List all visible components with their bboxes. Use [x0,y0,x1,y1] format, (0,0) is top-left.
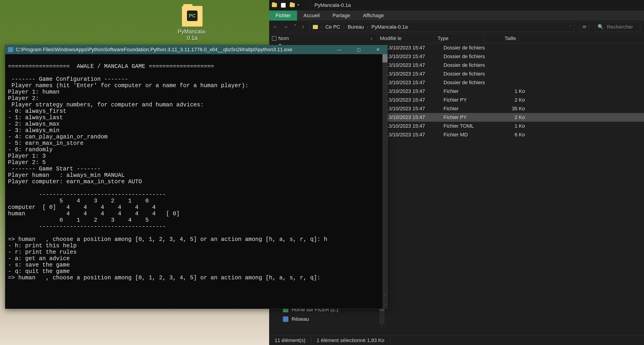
file-size: 2 Ko [493,114,528,120]
breadcrumb-sep-icon: › [321,25,322,29]
desktop-icon-label: PyMancala-0.1a [173,28,212,41]
file-type: Fichier PY [444,114,493,120]
nav-forward-icon[interactable]: → [283,24,288,30]
file-size: 6 Ko [493,132,528,138]
ribbon-tab-accueil[interactable]: Accueil [297,10,326,20]
file-size: 1 Ko [493,88,528,94]
file-modified: 13/10/2023 15:47 [386,62,444,68]
select-all-checkbox[interactable] [272,36,276,41]
column-header-label: Nom [278,36,289,42]
qat-properties-icon[interactable] [281,3,286,8]
file-modified: 13/10/2023 15:47 [386,97,444,103]
network-icon [283,316,288,322]
search-input[interactable]: 🔍 Rechercher [594,22,640,32]
console-output[interactable]: ================== AWALE / MANCALA GAME … [5,54,388,308]
file-modified: 13/10/2023 15:47 [386,114,444,120]
file-type: Fichier PY [444,97,493,103]
file-modified: 13/10/2023 15:47 [386,71,444,77]
file-type: Dossier de fichiers [444,54,493,60]
breadcrumb-item-bureau[interactable]: Bureau [348,24,364,30]
file-size: 35 Ko [493,106,528,112]
breadcrumb-bar[interactable]: › Ce PC › Bureau › PyMancala-0.1a ˅ [310,22,574,32]
breadcrumb-item-cepc[interactable]: Ce PC [326,24,340,30]
close-button[interactable]: ✕ [368,45,388,54]
file-type: Dossier de fichiers [444,45,493,51]
file-modified: 13/10/2023 15:47 [386,45,444,51]
console-titlebar[interactable]: C:\Program Files\WindowsApps\PythonSoftw… [5,45,388,54]
file-size: 1 Ko [493,123,528,129]
file-type: Fichier MD [444,132,493,138]
search-placeholder: Rechercher [607,24,633,30]
console-title: C:\Program Files\WindowsApps\PythonSoftw… [16,47,330,52]
file-type: Fichier [444,106,493,112]
column-header-label: Modifié le [380,36,402,42]
file-modified: 13/10/2023 15:47 [386,106,444,112]
nav-scroll-down-icon[interactable]: ˅ [380,325,384,330]
status-item-count: 11 élément(s) [275,338,306,344]
column-header-label: Type [438,36,448,42]
qat-folder-icon[interactable] [272,3,277,7]
breadcrumb-sep-icon: › [367,25,368,29]
file-type: Dossier de fichiers [444,62,493,68]
column-header-type[interactable]: Type [435,34,484,43]
breadcrumb-sep-icon: › [343,25,344,29]
breadcrumb-folder-icon [313,25,318,29]
console-window: C:\Program Files\WindowsApps\PythonSoftw… [5,45,388,309]
refresh-button[interactable]: ⟳ [580,22,589,32]
file-modified: 13/10/2023 15:47 [386,123,444,129]
ribbon-tab-partage[interactable]: Partage [326,10,356,20]
qat-dropdown-icon[interactable]: ▾ [298,3,299,8]
folder-icon: PC [182,6,202,26]
explorer-ribbon: Fichier Accueil Partage Affichage [269,10,644,20]
scroll-down-icon[interactable]: ˅ [382,304,388,308]
console-scrollbar-track[interactable] [382,54,388,308]
status-separator [311,338,311,343]
nav-item-label: Réseau [292,316,309,322]
file-type: Dossier de fichiers [444,71,493,77]
file-modified: 13/10/2023 15:47 [386,54,444,60]
status-selection-info: 1 élément sélectionné 1,83 Ko [317,338,384,344]
refresh-icon: ⟳ [583,24,586,30]
search-icon: 🔍 [598,24,604,30]
column-header-modifie[interactable]: Modifié le [377,34,435,43]
explorer-window-title: PyMancala-0.1a [314,2,351,8]
desktop-folder-shortcut[interactable]: PC PyMancala-0.1a [173,6,212,41]
file-size: 2 Ko [493,97,528,103]
column-header-label: Taille [505,36,516,42]
column-header-nom[interactable]: Nom ▲ [269,34,377,43]
minimize-button[interactable]: — [330,45,349,54]
file-type: Fichier TOML [444,123,493,129]
address-dropdown-icon[interactable]: ˅ [570,25,572,29]
nav-item-network[interactable]: Réseau [270,314,384,324]
nav-back-icon[interactable]: ← [273,24,278,30]
sort-indicator-icon: ▲ [370,37,373,40]
qat-newfolder-icon[interactable] [290,3,295,7]
titlebar-separator [310,2,310,8]
python-icon [8,47,13,52]
scroll-up-icon[interactable]: ˄ [382,294,388,299]
file-list-header: Nom ▲ Modifié le Type Taille [269,34,644,44]
file-modified: 13/10/2023 15:47 [386,88,444,94]
pycharm-badge: PC [187,10,198,21]
maximize-button[interactable]: ▢ [349,45,368,54]
ribbon-tab-fichier[interactable]: Fichier [269,10,297,20]
explorer-statusbar: 11 élément(s) 1 élément sélectionné 1,83… [269,336,644,345]
console-text: ================== AWALE / MANCALA GAME … [8,63,327,281]
file-type: Fichier [444,88,493,94]
column-header-taille[interactable]: Taille [484,34,519,43]
ribbon-tab-affichage[interactable]: Affichage [356,10,390,20]
explorer-titlebar[interactable]: ▾ PyMancala-0.1a [269,0,644,10]
nav-recent-icon[interactable]: ˅ [294,24,296,30]
status-separator [390,338,390,343]
nav-up-icon[interactable]: ↑ [302,24,304,30]
explorer-address-bar: ← → ˅ ↑ › Ce PC › Bureau › PyMancala-0.1… [269,20,644,34]
file-modified: 13/10/2023 15:47 [386,132,444,138]
console-scrollbar-thumb[interactable] [382,54,388,62]
file-type: Dossier de fichiers [444,80,493,86]
file-modified: 13/10/2023 15:47 [386,80,444,86]
breadcrumb-item-folder[interactable]: PyMancala-0.1a [372,24,408,30]
